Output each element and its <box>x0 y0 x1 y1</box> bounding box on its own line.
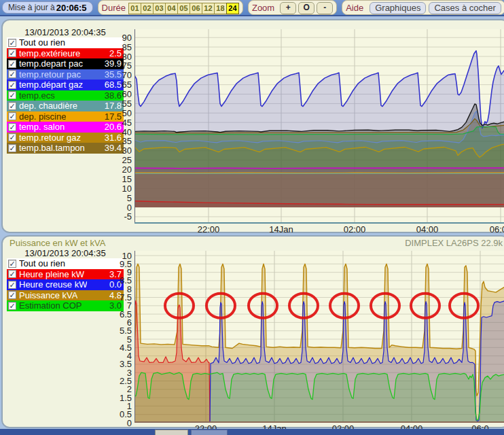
y-tick-label: 25 <box>103 155 132 165</box>
checkbox-icon[interactable]: ✓ <box>8 291 16 299</box>
checkbox-icon[interactable]: ✓ <box>8 39 16 47</box>
y-tick-label: 15 <box>103 174 132 184</box>
checkbox-icon[interactable]: ✓ <box>8 60 16 68</box>
update-time-button[interactable]: Mise à jour à 20:06:5 <box>2 1 93 14</box>
x-tick-label: 06:00 <box>483 225 504 234</box>
legend-label: temp.bal.tampon <box>19 143 85 153</box>
chart-canvas <box>134 29 504 224</box>
zoom-out-button[interactable]: - <box>317 2 333 14</box>
checkbox-icon[interactable]: ✓ <box>8 70 16 78</box>
legend-label: temp.retour pac <box>19 69 81 80</box>
graphiques-button[interactable]: Graphiques <box>370 2 426 14</box>
y-tick-label: 90 <box>103 33 132 43</box>
y-tick-label: 55 <box>103 99 132 109</box>
taskbar-item[interactable] <box>155 430 188 435</box>
x-tick-label: 22:00 <box>191 225 226 234</box>
app-window: Mise à jour à 20:06:5 Durée 010203040506… <box>0 0 504 435</box>
checkbox-icon[interactable]: ✓ <box>8 81 16 89</box>
checkbox-icon[interactable]: ✓ <box>8 144 16 152</box>
y-tick-label: 0 <box>103 203 132 213</box>
x-tick-label: 14Jan <box>264 225 299 234</box>
update-time-prefix: Mise à jour à <box>8 3 55 12</box>
legend-label: dep. piscine <box>19 111 66 122</box>
duration-group: Durée 010203040506121824 <box>98 0 243 15</box>
duration-option-03[interactable]: 03 <box>153 3 166 14</box>
zoom-reset-button[interactable]: O <box>298 2 314 14</box>
legend-label: Tout ou rien <box>19 258 65 268</box>
duration-label: Durée <box>102 3 126 13</box>
legend-label: Heure creuse kW <box>19 279 87 290</box>
checkbox-icon[interactable]: ✓ <box>8 270 16 278</box>
legend-label: Puissance kVA <box>19 290 77 300</box>
cases-cocher-button[interactable]: Cases à cocher <box>429 2 501 14</box>
legend-label: temp.depart pac <box>19 58 83 69</box>
legend-label: Tout ou rien <box>19 37 65 48</box>
help-buttons: GraphiquesCases à cocher <box>367 1 501 14</box>
legend-label: temp.extérieure <box>19 48 80 58</box>
y-tick-label: 40 <box>103 127 132 137</box>
checkbox-icon[interactable]: ✓ <box>8 49 16 57</box>
heat-pump-model-label: DIMPLEX LA26PS 22.9k <box>299 238 503 248</box>
y-tick-label: 60 <box>103 89 132 99</box>
power-panel-title: Puissance en kW et kVA <box>10 238 105 248</box>
y-tick-label: 70 <box>103 70 132 80</box>
x-tick-label: 02:00 <box>337 225 372 234</box>
series-line-temp-salon <box>134 168 504 169</box>
checkbox-icon[interactable]: ✓ <box>8 260 16 268</box>
y-tick-label: 75 <box>103 60 132 71</box>
checkbox-icon[interactable]: ✓ <box>8 302 16 310</box>
legend-label: temp.retour gaz <box>19 133 81 143</box>
y-tick-label: 0 <box>103 418 132 428</box>
y-tick-label: 65 <box>103 80 132 90</box>
legend-label: dep. chaudière <box>19 101 77 111</box>
y-tick-label: 5 <box>103 193 132 203</box>
zoom-in-button[interactable]: + <box>280 2 296 14</box>
y-tick-label: 45 <box>103 118 132 128</box>
chart-canvas <box>134 251 504 423</box>
checkbox-icon[interactable]: ✓ <box>8 123 16 131</box>
y-tick-label: 20 <box>103 164 132 175</box>
power-chart[interactable] <box>134 251 504 423</box>
y-tick-label: 85 <box>103 42 132 52</box>
y-tick-label: -5 <box>103 211 132 222</box>
duration-option-05[interactable]: 05 <box>177 3 190 14</box>
y-tick-label: 10 <box>103 184 132 194</box>
taskbar <box>0 429 504 435</box>
y-tick-label: 30 <box>103 145 132 156</box>
temperature-panel: 13/01/2013 20:04:35✓Tout ou rien✓temp.ex… <box>1 19 504 233</box>
duration-option-04[interactable]: 04 <box>165 3 178 14</box>
x-tick-label: 04:00 <box>410 225 445 234</box>
taskbar-item[interactable] <box>191 430 228 435</box>
help-group: Aide GraphiquesCases à cocher <box>342 0 504 15</box>
duration-option-01[interactable]: 01 <box>128 3 141 14</box>
duration-option-24[interactable]: 24 <box>226 3 239 14</box>
zoom-group: Zoom +O- <box>248 0 337 15</box>
zoom-label: Zoom <box>252 3 274 13</box>
checkbox-icon[interactable]: ✓ <box>8 281 16 289</box>
y-tick-label: 80 <box>103 52 132 62</box>
duration-option-06[interactable]: 06 <box>190 3 202 14</box>
duration-option-12[interactable]: 12 <box>202 3 215 14</box>
legend-label: temp.ecs <box>19 90 55 101</box>
duration-options: 010203040506121824 <box>129 1 239 14</box>
checkbox-icon[interactable]: ✓ <box>8 133 16 141</box>
duration-option-02[interactable]: 02 <box>141 3 154 14</box>
y-tick-label: 50 <box>103 108 132 118</box>
checkbox-icon[interactable]: ✓ <box>8 102 16 110</box>
power-panel: Puissance en kW et kVA DIMPLEX LA26PS 22… <box>1 235 504 428</box>
checkbox-icon[interactable]: ✓ <box>8 91 16 99</box>
legend-label: temp. salon <box>19 122 65 132</box>
legend-label: Estimation COP <box>19 300 82 311</box>
y-tick-label: 35 <box>103 136 132 146</box>
zoom-buttons: +O- <box>278 1 333 14</box>
legend-label: temp.départ gaz <box>19 80 83 90</box>
legend-label: Heure pleine kW <box>19 269 84 279</box>
checkbox-icon[interactable]: ✓ <box>8 112 16 120</box>
update-time-value: 20:06:5 <box>56 3 87 13</box>
help-label: Aide <box>346 3 363 13</box>
toolbar: Mise à jour à 20:06:5 Durée 010203040506… <box>0 0 504 16</box>
duration-option-18[interactable]: 18 <box>214 3 227 14</box>
temperature-chart[interactable] <box>134 29 504 224</box>
